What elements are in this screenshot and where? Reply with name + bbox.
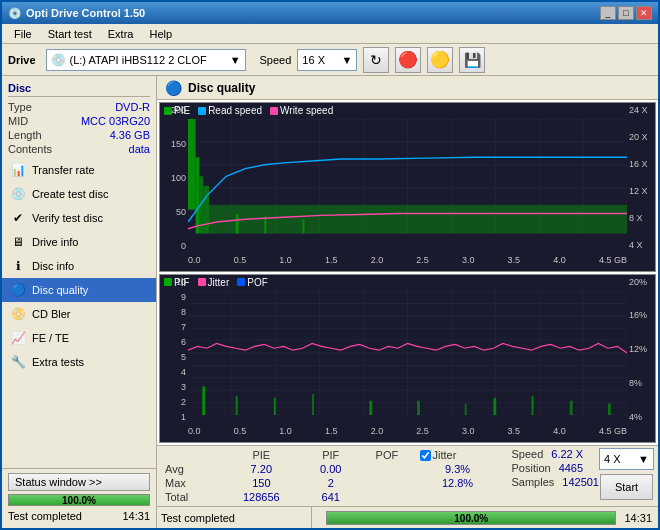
sidebar-item-transfer-rate[interactable]: 📊 Transfer rate [2, 158, 156, 182]
speed-select[interactable]: 16 X ▼ [297, 49, 357, 71]
stats-col-empty [161, 448, 219, 462]
maximize-button[interactable]: □ [618, 6, 634, 20]
write-speed-legend-dot [270, 107, 278, 115]
menu-file[interactable]: File [6, 26, 40, 42]
sidebar-item-extra-tests[interactable]: 🔧 Extra tests [2, 350, 156, 374]
svg-rect-45 [202, 386, 205, 415]
disc-quality-header: 🔵 Disc quality [157, 76, 658, 100]
y1-100: 100 [171, 173, 186, 183]
transfer-rate-icon: 📊 [10, 162, 26, 178]
chart2-x-axis: 0.0 0.5 1.0 1.5 2.0 2.5 3.0 3.5 4.0 4.5 … [188, 424, 627, 442]
sidebar-item-disc-info[interactable]: ℹ Disc info [2, 254, 156, 278]
pif-legend-item: PIF [164, 277, 190, 288]
sidebar-item-cd-bler[interactable]: 📀 CD Bler [2, 302, 156, 326]
bottom-time: 14:31 [624, 512, 652, 524]
yellow-button[interactable]: 🟡 [427, 47, 453, 73]
close-button[interactable]: ✕ [636, 6, 652, 20]
save-button[interactable]: 💾 [459, 47, 485, 73]
fe-te-icon: 📈 [10, 330, 26, 346]
menu-extra[interactable]: Extra [100, 26, 142, 42]
pif-legend-label: PIF [174, 277, 190, 288]
speed-info: Speed 6.22 X Position 4465 Samples 14250… [511, 448, 599, 488]
stats-max-row: Max 150 2 12.8% [161, 476, 499, 490]
disc-mid-label: MID [8, 115, 28, 127]
max-pie: 150 [219, 476, 303, 490]
stats-avg-row: Avg 7.20 0.00 9.3% [161, 462, 499, 476]
svg-rect-52 [493, 397, 496, 414]
chart-speed-select[interactable]: 4 X ▼ [599, 448, 654, 470]
svg-rect-17 [196, 157, 200, 233]
disc-mid-value: MCC 03RG20 [81, 115, 150, 127]
disc-info-icon: ℹ [10, 258, 26, 274]
sidebar-item-drive-info[interactable]: 🖥 Drive info [2, 230, 156, 254]
disc-length-row: Length 4.36 GB [8, 128, 150, 142]
status-completed-text: Test completed [8, 508, 82, 524]
stats-col-jitter-check[interactable]: Jitter [416, 448, 500, 462]
status-window-button[interactable]: Status window >> [8, 473, 150, 491]
disc-section: Disc Type DVD-R MID MCC 03RG20 Length 4.… [2, 76, 156, 158]
jitter-col-label: Jitter [433, 449, 457, 461]
chart2-legend: PIF Jitter POF [164, 277, 268, 288]
main-area: Disc Type DVD-R MID MCC 03RG20 Length 4.… [2, 76, 658, 528]
avg-pif: 0.00 [303, 462, 358, 476]
menu-help[interactable]: Help [141, 26, 180, 42]
position-key: Position [511, 462, 550, 474]
sidebar-item-fe-te[interactable]: 📈 FE / TE [2, 326, 156, 350]
extra-tests-label: Extra tests [32, 356, 84, 368]
speed-key: Speed [511, 448, 543, 460]
speed-dropdown-arrow: ▼ [341, 54, 352, 66]
disc-mid-row: MID MCC 03RG20 [8, 114, 150, 128]
svg-rect-47 [274, 397, 276, 414]
red-button[interactable]: 🔴 [395, 47, 421, 73]
disc-contents-value: data [129, 143, 150, 155]
svg-rect-16 [188, 119, 196, 210]
sidebar-item-disc-quality[interactable]: 🔵 Disc quality [2, 278, 156, 302]
app-icon: 💿 [8, 7, 22, 20]
pof-legend-dot [237, 278, 245, 286]
main-window: 💿 Opti Drive Control 1.50 _ □ ✕ File Sta… [0, 0, 660, 530]
pie-legend-item: PIE [164, 105, 190, 116]
samples-val: 142501 [562, 476, 599, 488]
disc-info-label: Disc info [32, 260, 74, 272]
app-title: Opti Drive Control 1.50 [26, 7, 145, 19]
extra-tests-icon: 🔧 [10, 354, 26, 370]
bottom-progress-bar: 100.0% [326, 511, 616, 525]
create-test-disc-label: Create test disc [32, 188, 108, 200]
cd-bler-label: CD Bler [32, 308, 71, 320]
read-speed-legend-dot [198, 107, 206, 115]
svg-rect-51 [465, 403, 467, 414]
disc-type-value: DVD-R [115, 101, 150, 113]
chart2-y-right: 20% 16% 12% 8% 4% [627, 275, 655, 423]
speed-val: 6.22 X [551, 448, 583, 460]
menu-start-test[interactable]: Start test [40, 26, 100, 42]
chart2-svg [188, 291, 627, 415]
jitter-checkbox[interactable] [420, 450, 431, 461]
sidebar-item-create-test-disc[interactable]: 💿 Create test disc [2, 182, 156, 206]
verify-test-disc-label: Verify test disc [32, 212, 103, 224]
avg-pof [358, 462, 415, 476]
charts-area: PIE Read speed Write speed 200 [157, 100, 658, 445]
speed-value: 16 X [302, 54, 325, 66]
fe-te-label: FE / TE [32, 332, 69, 344]
content-area: 🔵 Disc quality PIE Read speed [157, 76, 658, 528]
drive-select[interactable]: 💿 (L:) ATAPI iHBS112 2 CLOF ▼ [46, 49, 246, 71]
read-speed-legend-label: Read speed [208, 105, 262, 116]
jitter-legend-item: Jitter [198, 277, 230, 288]
avg-pie: 7.20 [219, 462, 303, 476]
chart2-y-left: 10 9 8 7 6 5 4 3 2 1 [160, 275, 188, 423]
progress-area: 100.0% Test completed 14:31 [8, 494, 150, 524]
chart1-legend: PIE Read speed Write speed [164, 105, 333, 116]
max-label: Max [161, 476, 219, 490]
bottom-status-bar: Test completed 100.0% 14:31 [157, 506, 658, 528]
start-button[interactable]: Start [600, 474, 653, 500]
refresh-button[interactable]: ↻ [363, 47, 389, 73]
minimize-button[interactable]: _ [600, 6, 616, 20]
disc-length-value: 4.36 GB [110, 129, 150, 141]
sidebar-item-verify-test-disc[interactable]: ✔ Verify test disc [2, 206, 156, 230]
y1r-20x: 20 X [629, 132, 648, 142]
nav-items: 📊 Transfer rate 💿 Create test disc ✔ Ver… [2, 158, 156, 468]
bottom-progress-text: 100.0% [454, 512, 488, 523]
max-jitter: 12.8% [416, 476, 500, 490]
disc-contents-label: Contents [8, 143, 52, 155]
pof-legend-label: POF [247, 277, 268, 288]
